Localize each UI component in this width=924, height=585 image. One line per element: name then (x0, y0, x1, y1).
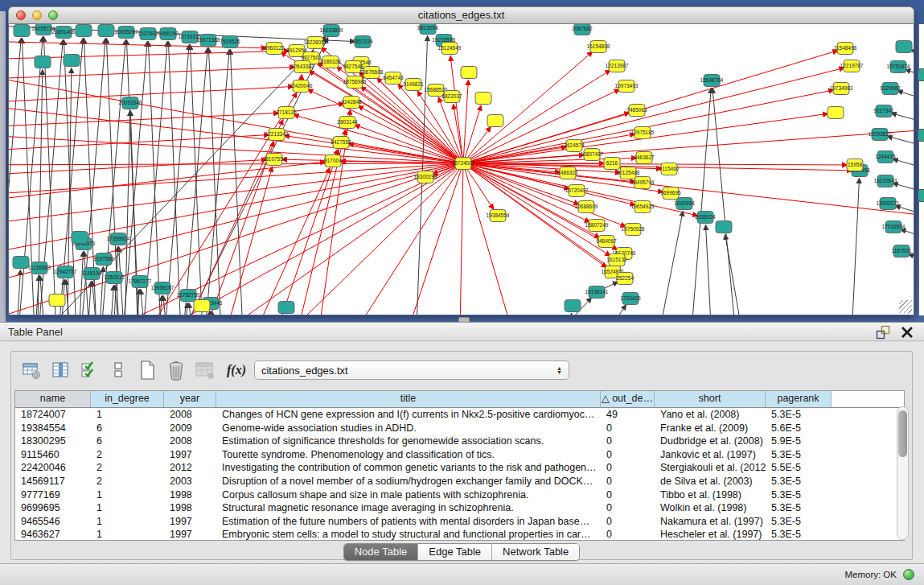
graph-edge[interactable] (581, 305, 626, 315)
graph-node[interactable] (461, 67, 477, 79)
cell-title[interactable]: Genome-wide association studies in ADHD. (216, 422, 601, 435)
cell-title[interactable]: Estimation of significance thresholds fo… (216, 435, 601, 448)
cell-title[interactable]: Corpus callosum shape and size in male p… (216, 488, 601, 502)
cell-title[interactable]: Embryonic stem cells: a model to study s… (216, 528, 601, 541)
cell-out-degree[interactable]: 0 (601, 422, 655, 435)
graph-node[interactable] (487, 115, 503, 127)
graph-edge[interactable] (9, 133, 463, 163)
cell-name[interactable]: 9699695 (15, 501, 91, 515)
graph-edge[interactable] (705, 225, 713, 315)
float-panel-icon[interactable] (876, 325, 890, 340)
cell-out-degree[interactable]: 0 (601, 488, 655, 502)
cell-out-degree[interactable]: 0 (601, 448, 655, 462)
cell-short[interactable]: Jankovic et al. (1997) (655, 448, 766, 462)
graph-edge[interactable] (463, 68, 844, 163)
graph-edge[interactable] (170, 163, 463, 315)
cell-in-degree[interactable]: 1 (91, 488, 164, 502)
cell-year[interactable]: 1997 (164, 515, 216, 529)
cell-name[interactable]: 18300295 (15, 435, 91, 448)
column-header-year[interactable]: year (164, 391, 216, 407)
cell-short[interactable]: Wolkin et al. (1998) (655, 501, 766, 515)
table-row[interactable]: 969969511998Structural magnetic resonanc… (15, 501, 904, 515)
graph-edge[interactable] (9, 163, 463, 165)
cell-in-degree[interactable]: 1 (91, 501, 164, 515)
graph-node[interactable] (278, 302, 294, 314)
network-canvas[interactable]: 2405572420891406106552871527602946616010… (8, 24, 914, 315)
cell-name[interactable]: 9465546 (15, 515, 91, 529)
graph-edge[interactable] (40, 275, 47, 315)
cell-year[interactable]: 1998 (164, 488, 216, 502)
cell-short[interactable]: Hescheler et al. (1997) (655, 528, 766, 541)
graph-node[interactable] (565, 300, 581, 312)
table-row[interactable]: 1456911722003Disruption of a novel membe… (15, 475, 904, 488)
graph-node[interactable] (14, 25, 30, 37)
tab-node-table[interactable]: Node Table (344, 544, 419, 560)
cell-year[interactable]: 2012 (164, 461, 216, 475)
graph-edge[interactable] (463, 163, 524, 315)
cell-in-degree[interactable]: 2 (91, 475, 164, 488)
graph-edge[interactable] (37, 69, 43, 315)
cell-pagerank[interactable]: 5.3E-5 (766, 475, 832, 488)
graph-node[interactable] (49, 295, 65, 307)
cell-out-degree[interactable]: 0 (601, 435, 655, 448)
graph-node[interactable] (194, 300, 210, 312)
cell-year[interactable]: 2008 (164, 408, 216, 422)
cell-in-degree[interactable]: 2 (91, 448, 164, 462)
cell-out-degree[interactable]: 49 (601, 408, 655, 422)
graph-edge[interactable] (141, 289, 148, 315)
graph-edge[interactable] (893, 159, 914, 173)
window-resize-grip[interactable] (899, 300, 912, 313)
graph-node[interactable] (13, 257, 29, 269)
cell-short[interactable]: de Silva et al. (2003) (655, 475, 766, 488)
table-row[interactable]: 1872400712008Changes of HCN gene express… (15, 408, 904, 422)
delete-selected-button[interactable] (164, 358, 188, 382)
cell-pagerank[interactable]: 5.3E-5 (766, 448, 832, 462)
graph-edge[interactable] (211, 311, 219, 315)
graph-edge[interactable] (725, 234, 749, 315)
graph-edge[interactable] (395, 163, 463, 315)
graph-node[interactable] (896, 41, 912, 53)
cell-pagerank[interactable]: 5.5E-5 (766, 461, 832, 475)
cell-out-degree[interactable]: 0 (601, 475, 655, 488)
graph-edge[interactable] (524, 298, 592, 315)
zoom-window-button[interactable] (48, 10, 58, 20)
graph-edge[interactable] (901, 229, 914, 243)
cell-year[interactable]: 1998 (164, 501, 216, 515)
cell-year[interactable]: 2008 (164, 435, 216, 448)
graph-edge[interactable] (148, 41, 162, 315)
cell-title[interactable]: Tourette syndrome. Phenomenology and cla… (216, 448, 601, 462)
cell-title[interactable]: Investigating the contribution of common… (216, 461, 601, 475)
table-scrollbar-thumb[interactable] (898, 410, 907, 457)
graph-edge[interactable] (9, 113, 279, 129)
cell-year[interactable]: 1997 (164, 528, 216, 541)
cell-in-degree[interactable]: 6 (91, 422, 164, 435)
graph-edge[interactable] (652, 211, 683, 315)
graph-node[interactable] (72, 232, 88, 244)
table-row[interactable]: 1830029562008Estimation of significance … (15, 435, 904, 448)
cell-pagerank[interactable]: 5.6E-5 (766, 422, 832, 435)
cell-name[interactable]: 9463627 (15, 528, 91, 541)
cell-pagerank[interactable]: 5.3E-5 (766, 408, 832, 422)
tab-edge-table[interactable]: Edge Table (418, 544, 492, 560)
cell-pagerank[interactable]: 5.3E-5 (766, 515, 832, 529)
column-header-title[interactable]: title (216, 391, 601, 407)
graph-node[interactable] (64, 55, 80, 67)
table-scrollbar-track[interactable] (897, 406, 909, 540)
cell-name[interactable]: 22420046 (15, 461, 91, 475)
cell-in-degree[interactable]: 2 (91, 461, 164, 475)
cell-short[interactable]: Tibbo et al. (1998) (655, 488, 766, 502)
cell-out-degree[interactable]: 0 (601, 461, 655, 475)
cell-title[interactable]: Disruption of a novel member of a sodium… (216, 475, 601, 488)
graph-edge[interactable] (463, 163, 618, 274)
cell-name[interactable]: 9777169 (15, 488, 91, 502)
graph-edge[interactable] (891, 113, 914, 127)
cell-pagerank[interactable]: 5.3E-5 (766, 528, 832, 541)
table-selector[interactable]: citations_edges.txt ▲▼ (254, 360, 569, 380)
graph-edge[interactable] (108, 285, 113, 315)
graph-node[interactable] (716, 221, 732, 233)
cell-short[interactable]: Yano et al. (2008) (655, 408, 766, 422)
cell-name[interactable]: 18724007 (15, 408, 91, 422)
graph-node[interactable] (76, 25, 92, 37)
graph-node[interactable] (35, 56, 51, 68)
table-settings-button[interactable] (19, 358, 43, 382)
